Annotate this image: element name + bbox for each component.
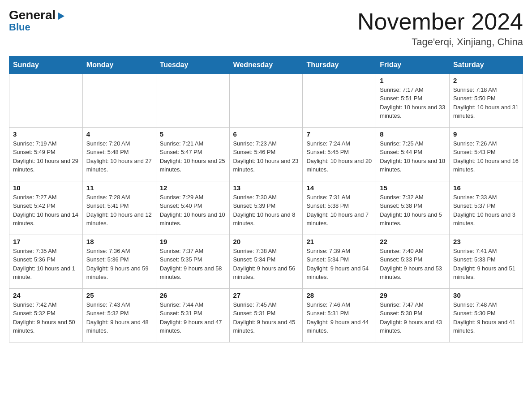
day-number: 5 [160,130,226,138]
day-number: 10 [13,184,79,192]
day-info: Sunrise: 7:46 AMSunset: 5:31 PMDaylight:… [306,300,372,335]
day-info: Sunrise: 7:27 AMSunset: 5:42 PMDaylight:… [13,193,79,227]
calendar-day-cell: 5Sunrise: 7:21 AMSunset: 5:47 PMDaylight… [156,128,229,181]
day-number: 18 [86,238,152,245]
day-number: 23 [453,238,519,245]
day-number: 22 [380,238,446,245]
calendar-day-cell: 21Sunrise: 7:39 AMSunset: 5:34 PMDayligh… [303,235,376,289]
day-info: Sunrise: 7:33 AMSunset: 5:37 PMDaylight:… [453,193,519,227]
day-info: Sunrise: 7:44 AMSunset: 5:31 PMDaylight:… [160,300,226,335]
calendar-day-cell: 22Sunrise: 7:40 AMSunset: 5:33 PMDayligh… [376,235,450,289]
calendar-day-cell: 25Sunrise: 7:43 AMSunset: 5:32 PMDayligh… [82,289,156,342]
day-info: Sunrise: 7:43 AMSunset: 5:32 PMDaylight:… [86,300,152,335]
day-number: 29 [380,291,446,299]
logo-blue: Blue [9,21,30,33]
col-monday: Monday [82,56,156,74]
day-info: Sunrise: 7:25 AMSunset: 5:44 PMDaylight:… [380,139,446,174]
day-number: 7 [306,130,372,138]
day-number: 13 [233,184,299,192]
day-number: 6 [233,130,299,138]
calendar-day-cell: 11Sunrise: 7:28 AMSunset: 5:41 PMDayligh… [82,181,156,235]
day-number: 12 [160,184,226,192]
calendar-day-cell: 18Sunrise: 7:36 AMSunset: 5:36 PMDayligh… [82,235,156,289]
calendar-day-cell: 12Sunrise: 7:29 AMSunset: 5:40 PMDayligh… [156,181,229,235]
day-info: Sunrise: 7:29 AMSunset: 5:40 PMDaylight:… [160,193,226,227]
calendar-day-cell: 27Sunrise: 7:45 AMSunset: 5:31 PMDayligh… [229,289,303,342]
calendar-day-cell: 29Sunrise: 7:47 AMSunset: 5:30 PMDayligh… [376,289,450,342]
calendar-week-row: 1Sunrise: 7:17 AMSunset: 5:51 PMDaylight… [9,74,523,128]
calendar-day-cell: 30Sunrise: 7:48 AMSunset: 5:30 PMDayligh… [450,289,523,342]
calendar-day-cell: 1Sunrise: 7:17 AMSunset: 5:51 PMDaylight… [376,74,450,128]
calendar-day-cell: 28Sunrise: 7:46 AMSunset: 5:31 PMDayligh… [303,289,376,342]
day-number: 25 [86,291,152,299]
day-info: Sunrise: 7:31 AMSunset: 5:38 PMDaylight:… [306,193,372,227]
calendar-day-cell [82,74,156,128]
day-number: 28 [306,291,372,299]
day-info: Sunrise: 7:35 AMSunset: 5:36 PMDaylight:… [13,247,79,281]
day-info: Sunrise: 7:41 AMSunset: 5:33 PMDaylight:… [453,247,519,281]
day-number: 11 [86,184,152,192]
day-info: Sunrise: 7:17 AMSunset: 5:51 PMDaylight:… [380,86,446,120]
calendar-day-cell: 10Sunrise: 7:27 AMSunset: 5:42 PMDayligh… [9,181,83,235]
day-info: Sunrise: 7:36 AMSunset: 5:36 PMDaylight:… [86,247,152,281]
day-number: 3 [13,130,79,138]
calendar-table: Sunday Monday Tuesday Wednesday Thursday… [9,56,523,342]
col-tuesday: Tuesday [156,56,229,74]
calendar-day-cell: 2Sunrise: 7:18 AMSunset: 5:50 PMDaylight… [450,74,523,128]
day-number: 19 [160,238,226,245]
day-info: Sunrise: 7:37 AMSunset: 5:35 PMDaylight:… [160,247,226,281]
day-number: 14 [306,184,372,192]
day-number: 26 [160,291,226,299]
calendar-header-row: Sunday Monday Tuesday Wednesday Thursday… [9,56,523,74]
day-info: Sunrise: 7:26 AMSunset: 5:43 PMDaylight:… [453,139,519,174]
title-block: November 2024 Tage'erqi, Xinjiang, China [357,9,523,48]
calendar-day-cell: 19Sunrise: 7:37 AMSunset: 5:35 PMDayligh… [156,235,229,289]
day-info: Sunrise: 7:32 AMSunset: 5:38 PMDaylight:… [380,193,446,227]
day-number: 15 [380,184,446,192]
calendar-week-row: 17Sunrise: 7:35 AMSunset: 5:36 PMDayligh… [9,235,523,289]
calendar-day-cell: 17Sunrise: 7:35 AMSunset: 5:36 PMDayligh… [9,235,83,289]
day-info: Sunrise: 7:20 AMSunset: 5:48 PMDaylight:… [86,139,152,174]
day-info: Sunrise: 7:48 AMSunset: 5:30 PMDaylight:… [453,300,519,335]
day-number: 1 [380,77,446,84]
day-number: 9 [453,130,519,138]
calendar-day-cell [229,74,303,128]
day-info: Sunrise: 7:47 AMSunset: 5:30 PMDaylight:… [380,300,446,335]
col-sunday: Sunday [9,56,83,74]
day-info: Sunrise: 7:45 AMSunset: 5:31 PMDaylight:… [233,300,299,335]
day-number: 8 [380,130,446,138]
calendar-day-cell: 15Sunrise: 7:32 AMSunset: 5:38 PMDayligh… [376,181,450,235]
day-number: 20 [233,238,299,245]
svg-marker-0 [58,13,64,20]
day-info: Sunrise: 7:28 AMSunset: 5:41 PMDaylight:… [86,193,152,227]
calendar-week-row: 24Sunrise: 7:42 AMSunset: 5:32 PMDayligh… [9,289,523,342]
calendar-day-cell: 9Sunrise: 7:26 AMSunset: 5:43 PMDaylight… [450,128,523,181]
day-info: Sunrise: 7:19 AMSunset: 5:49 PMDaylight:… [13,139,79,174]
day-info: Sunrise: 7:38 AMSunset: 5:34 PMDaylight:… [233,247,299,281]
day-number: 24 [13,291,79,299]
calendar-day-cell: 13Sunrise: 7:30 AMSunset: 5:39 PMDayligh… [229,181,303,235]
col-wednesday: Wednesday [229,56,303,74]
day-number: 2 [453,77,519,84]
calendar-day-cell: 8Sunrise: 7:25 AMSunset: 5:44 PMDaylight… [376,128,450,181]
calendar-day-cell: 16Sunrise: 7:33 AMSunset: 5:37 PMDayligh… [450,181,523,235]
day-number: 21 [306,238,372,245]
logo: General Blue [9,9,65,33]
day-info: Sunrise: 7:39 AMSunset: 5:34 PMDaylight:… [306,247,372,281]
day-info: Sunrise: 7:18 AMSunset: 5:50 PMDaylight:… [453,86,519,120]
calendar-week-row: 3Sunrise: 7:19 AMSunset: 5:49 PMDaylight… [9,128,523,181]
day-number: 30 [453,291,519,299]
calendar-day-cell: 3Sunrise: 7:19 AMSunset: 5:49 PMDaylight… [9,128,83,181]
calendar-week-row: 10Sunrise: 7:27 AMSunset: 5:42 PMDayligh… [9,181,523,235]
day-info: Sunrise: 7:24 AMSunset: 5:45 PMDaylight:… [306,139,372,174]
day-info: Sunrise: 7:40 AMSunset: 5:33 PMDaylight:… [380,247,446,281]
calendar-day-cell [156,74,229,128]
day-info: Sunrise: 7:42 AMSunset: 5:32 PMDaylight:… [13,300,79,335]
calendar-day-cell: 14Sunrise: 7:31 AMSunset: 5:38 PMDayligh… [303,181,376,235]
calendar-day-cell: 20Sunrise: 7:38 AMSunset: 5:34 PMDayligh… [229,235,303,289]
page-header: General Blue November 2024 Tage'erqi, Xi… [9,9,523,48]
page-location: Tage'erqi, Xinjiang, China [357,36,523,48]
calendar-day-cell: 7Sunrise: 7:24 AMSunset: 5:45 PMDaylight… [303,128,376,181]
calendar-day-cell: 24Sunrise: 7:42 AMSunset: 5:32 PMDayligh… [9,289,83,342]
calendar-day-cell: 26Sunrise: 7:44 AMSunset: 5:31 PMDayligh… [156,289,229,342]
